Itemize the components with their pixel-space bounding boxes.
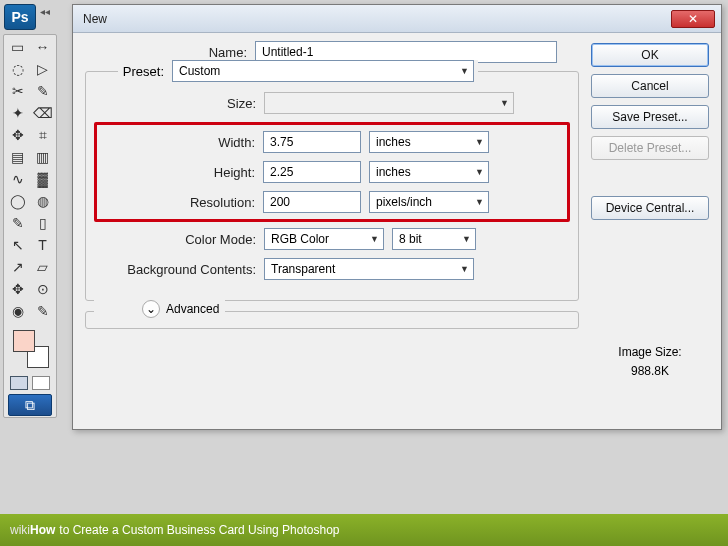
width-unit-combo[interactable]: inches ▼ xyxy=(369,131,489,153)
save-preset-button[interactable]: Save Preset... xyxy=(591,105,709,129)
bit-depth-value: 8 bit xyxy=(399,232,422,246)
new-document-dialog: New ✕ OK Cancel Save Preset... Delete Pr… xyxy=(72,4,722,430)
tool-11-0[interactable]: ✥ xyxy=(5,278,30,300)
color-mode-combo[interactable]: RGB Color ▼ xyxy=(264,228,384,250)
resolution-input[interactable] xyxy=(263,191,361,213)
chevron-down-icon: ▼ xyxy=(370,234,379,244)
width-unit-value: inches xyxy=(376,135,411,149)
caption-prefix: wiki xyxy=(10,523,30,537)
resolution-unit-value: pixels/inch xyxy=(376,195,432,209)
chevron-down-icon: ▼ xyxy=(460,264,469,274)
device-central-button[interactable]: Device Central... xyxy=(591,196,709,220)
chevron-down-icon: ⌄ xyxy=(146,302,156,316)
close-button[interactable]: ✕ xyxy=(671,10,715,28)
tool-10-0[interactable]: ↗ xyxy=(5,256,30,278)
tool-12-1[interactable]: ✎ xyxy=(30,300,55,322)
bg-contents-value: Transparent xyxy=(271,262,335,276)
chevron-down-icon: ▼ xyxy=(475,167,484,177)
tool-6-1[interactable]: ▓ xyxy=(30,168,55,190)
size-label: Size: xyxy=(94,96,264,111)
preset-group: Preset: Custom ▼ Size: ▼ Wi xyxy=(85,71,579,301)
advanced-disclosure-button[interactable]: ⌄ xyxy=(142,300,160,318)
chevron-down-icon: ▼ xyxy=(462,234,471,244)
mask-mode-group xyxy=(5,376,55,390)
screen-mode-button[interactable]: ⧉ xyxy=(8,394,52,416)
quick-mask-button[interactable] xyxy=(32,376,50,390)
ps-logo[interactable]: Ps xyxy=(4,4,36,30)
height-unit-combo[interactable]: inches ▼ xyxy=(369,161,489,183)
image-size-value: 988.8K xyxy=(591,362,709,381)
resolution-unit-combo[interactable]: pixels/inch ▼ xyxy=(369,191,489,213)
width-input[interactable] xyxy=(263,131,361,153)
tool-9-0[interactable]: ↖ xyxy=(5,234,30,256)
chevron-down-icon: ▼ xyxy=(475,197,484,207)
tool-4-1[interactable]: ⌗ xyxy=(30,124,55,146)
tool-4-0[interactable]: ✥ xyxy=(5,124,30,146)
preset-value: Custom xyxy=(179,64,220,78)
title-bar: New ✕ xyxy=(73,5,721,33)
dialog-buttons: OK Cancel Save Preset... Delete Preset..… xyxy=(591,43,709,220)
tool-8-1[interactable]: ▯ xyxy=(30,212,55,234)
dimensions-highlight: Width: inches ▼ Height: inches xyxy=(94,122,570,222)
tool-7-1[interactable]: ◍ xyxy=(30,190,55,212)
tool-7-0[interactable]: ◯ xyxy=(5,190,30,212)
dialog-title: New xyxy=(79,12,107,26)
chevron-down-icon: ▼ xyxy=(475,137,484,147)
resolution-label: Resolution: xyxy=(101,195,263,210)
cancel-button[interactable]: Cancel xyxy=(591,74,709,98)
foreground-color-swatch[interactable] xyxy=(13,330,35,352)
chevron-down-icon: ▼ xyxy=(500,98,509,108)
color-mode-value: RGB Color xyxy=(271,232,329,246)
height-input[interactable] xyxy=(263,161,361,183)
tool-12-0[interactable]: ◉ xyxy=(5,300,30,322)
height-unit-value: inches xyxy=(376,165,411,179)
close-icon: ✕ xyxy=(688,12,698,26)
menu-overflow-icon: ◂◂ xyxy=(40,6,50,17)
tool-11-1[interactable]: ⊙ xyxy=(30,278,55,300)
bg-contents-combo[interactable]: Transparent ▼ xyxy=(264,258,474,280)
tool-8-0[interactable]: ✎ xyxy=(5,212,30,234)
tool-10-1[interactable]: ▱ xyxy=(30,256,55,278)
name-label: Name: xyxy=(85,45,255,60)
tool-1-0[interactable]: ◌ xyxy=(5,58,30,80)
preset-combo[interactable]: Custom ▼ xyxy=(172,60,474,82)
tool-1-1[interactable]: ▷ xyxy=(30,58,55,80)
tool-0-0[interactable]: ▭ xyxy=(5,36,30,58)
tool-5-0[interactable]: ▤ xyxy=(5,146,30,168)
color-mode-label: Color Mode: xyxy=(94,232,264,247)
tool-2-1[interactable]: ✎ xyxy=(30,80,55,102)
delete-preset-button: Delete Preset... xyxy=(591,136,709,160)
tool-0-1[interactable]: ↔ xyxy=(30,36,55,58)
color-swatches xyxy=(5,328,55,370)
image-size-section: Image Size: 988.8K xyxy=(591,343,709,381)
ok-button[interactable]: OK xyxy=(591,43,709,67)
tool-2-0[interactable]: ✂ xyxy=(5,80,30,102)
advanced-label: Advanced xyxy=(166,302,219,316)
caption-how: How xyxy=(30,523,55,537)
size-combo: ▼ xyxy=(264,92,514,114)
standard-mode-button[interactable] xyxy=(10,376,28,390)
tool-9-1[interactable]: T xyxy=(30,234,55,256)
bit-depth-combo[interactable]: 8 bit ▼ xyxy=(392,228,476,250)
preset-label: Preset: xyxy=(122,64,172,79)
bg-contents-label: Background Contents: xyxy=(94,262,264,277)
tool-6-0[interactable]: ∿ xyxy=(5,168,30,190)
width-label: Width: xyxy=(101,135,263,150)
tool-5-1[interactable]: ▥ xyxy=(30,146,55,168)
tool-3-0[interactable]: ✦ xyxy=(5,102,30,124)
toolbox: ▭↔◌▷✂✎✦⌫✥⌗▤▥∿▓◯◍✎▯↖T↗▱✥⊙◉✎ ⧉ xyxy=(3,34,57,418)
tool-3-1[interactable]: ⌫ xyxy=(30,102,55,124)
caption-bar: wikiHow to Create a Custom Business Card… xyxy=(0,514,728,546)
chevron-down-icon: ▼ xyxy=(460,66,469,76)
caption-text: to Create a Custom Business Card Using P… xyxy=(59,523,339,537)
height-label: Height: xyxy=(101,165,263,180)
image-size-label: Image Size: xyxy=(591,343,709,362)
